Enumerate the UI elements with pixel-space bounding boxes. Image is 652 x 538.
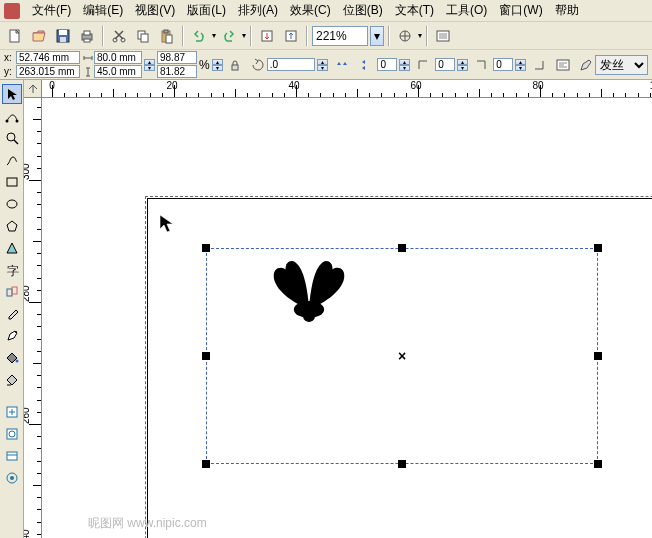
options-button[interactable]	[432, 25, 454, 47]
pick-tool[interactable]	[2, 84, 22, 104]
snap-dropdown[interactable]: ▾	[418, 31, 422, 40]
fill-tool[interactable]	[2, 348, 22, 368]
height-input[interactable]	[94, 65, 142, 78]
size-spinner[interactable]: ▴▾	[144, 59, 155, 71]
basic-shapes-tool[interactable]	[2, 238, 22, 258]
import-button[interactable]	[256, 25, 278, 47]
resize-handle-sw[interactable]	[202, 460, 210, 468]
dup-x-input[interactable]	[377, 58, 397, 71]
rotation-spinner[interactable]: ▴▾	[317, 59, 328, 71]
blend-tool[interactable]	[2, 282, 22, 302]
paste-button[interactable]	[156, 25, 178, 47]
new-button[interactable]	[4, 25, 26, 47]
menu-arrange[interactable]: 排列(A)	[232, 0, 284, 21]
menu-help[interactable]: 帮助	[549, 0, 585, 21]
mirror-h-button[interactable]	[332, 54, 353, 76]
scale-spinner[interactable]: ▴▾	[212, 59, 223, 71]
aux-tool-4[interactable]	[2, 468, 22, 488]
aux-tool-2[interactable]	[2, 424, 22, 444]
zoom-tool[interactable]	[2, 128, 22, 148]
zoom-dropdown[interactable]: ▾	[370, 26, 384, 46]
save-button[interactable]	[52, 25, 74, 47]
cut-button[interactable]	[108, 25, 130, 47]
scale-y-input[interactable]	[157, 65, 197, 78]
menu-view[interactable]: 视图(V)	[129, 0, 181, 21]
vertical-ruler[interactable]: 300280260240	[24, 98, 42, 538]
menu-file[interactable]: 文件(F)	[26, 0, 77, 21]
corner-tl-button[interactable]	[412, 54, 433, 76]
menu-text[interactable]: 文本(T)	[389, 0, 440, 21]
freehand-tool[interactable]	[2, 150, 22, 170]
interactive-fill-tool[interactable]	[2, 370, 22, 390]
svg-point-29	[15, 360, 18, 363]
corner-tr-button[interactable]	[470, 54, 491, 76]
rotation-input[interactable]	[267, 58, 315, 71]
text-wrap-button[interactable]	[553, 54, 574, 76]
snap-button[interactable]	[394, 25, 416, 47]
y-position-input[interactable]	[16, 65, 80, 78]
menu-bitmap[interactable]: 位图(B)	[337, 0, 389, 21]
svg-point-22	[7, 133, 15, 141]
resize-handle-n[interactable]	[398, 244, 406, 252]
menu-window[interactable]: 窗口(W)	[493, 0, 548, 21]
dup-y-input[interactable]	[435, 58, 455, 71]
rectangle-tool[interactable]	[2, 172, 22, 192]
undo-dropdown[interactable]: ▾	[212, 31, 216, 40]
outline-width-select[interactable]: 发丝	[595, 55, 648, 75]
dup-x2-input[interactable]	[493, 58, 513, 71]
ruler-origin[interactable]	[24, 80, 42, 98]
resize-handle-e[interactable]	[594, 352, 602, 360]
text-tool[interactable]: 字	[2, 260, 22, 280]
mirror-v-button[interactable]	[355, 54, 376, 76]
menu-tools[interactable]: 工具(O)	[440, 0, 493, 21]
svg-rect-26	[7, 289, 12, 296]
svg-rect-3	[60, 37, 66, 42]
svg-point-20	[5, 120, 8, 123]
menu-layout[interactable]: 版面(L)	[181, 0, 232, 21]
resize-handle-nw[interactable]	[202, 244, 210, 252]
svg-point-37	[303, 310, 315, 322]
separator	[102, 26, 104, 46]
x-position-input[interactable]	[16, 51, 80, 64]
open-button[interactable]	[28, 25, 50, 47]
canvas[interactable]: × 昵图网 www.nipic.com	[42, 98, 652, 538]
property-bar: x: y: ▴▾ % ▴▾ ▴▾ ▴▾ ▴▾ ▴▾ 发丝	[0, 50, 652, 80]
corner-br-button[interactable]	[528, 54, 549, 76]
eyedropper-tool[interactable]	[2, 304, 22, 324]
ellipse-tool[interactable]	[2, 194, 22, 214]
undo-button[interactable]	[188, 25, 210, 47]
print-button[interactable]	[76, 25, 98, 47]
lock-ratio-button[interactable]	[225, 54, 246, 76]
standard-toolbar: ▾ ▾ ▾ ▾	[0, 22, 652, 50]
horizontal-ruler[interactable]: 020406080100	[42, 80, 652, 98]
menu-effects[interactable]: 效果(C)	[284, 0, 337, 21]
menu-edit[interactable]: 编辑(E)	[77, 0, 129, 21]
svg-rect-2	[59, 30, 67, 35]
selected-object-fan-ornament[interactable]	[267, 256, 351, 326]
resize-handle-se[interactable]	[594, 460, 602, 468]
dup-x2-spinner[interactable]: ▴▾	[515, 59, 526, 71]
aux-tool-1[interactable]	[2, 402, 22, 422]
polygon-tool[interactable]	[2, 216, 22, 236]
dup-x-spinner[interactable]: ▴▾	[399, 59, 410, 71]
width-input[interactable]	[94, 51, 142, 64]
redo-dropdown[interactable]: ▾	[242, 31, 246, 40]
export-button[interactable]	[280, 25, 302, 47]
zoom-input[interactable]	[312, 26, 368, 46]
redo-button[interactable]	[218, 25, 240, 47]
resize-handle-ne[interactable]	[594, 244, 602, 252]
copy-button[interactable]	[132, 25, 154, 47]
svg-rect-10	[141, 34, 148, 42]
outline-tool[interactable]	[2, 326, 22, 346]
svg-point-35	[10, 476, 14, 480]
app-logo-icon	[4, 3, 20, 19]
shape-tool[interactable]	[2, 106, 22, 126]
scale-x-input[interactable]	[157, 51, 197, 64]
resize-handle-w[interactable]	[202, 352, 210, 360]
svg-rect-13	[166, 35, 172, 43]
aux-tool-3[interactable]	[2, 446, 22, 466]
separator	[306, 26, 308, 46]
dup-y-spinner[interactable]: ▴▾	[457, 59, 468, 71]
selection-bounding-box[interactable]: ×	[206, 248, 598, 464]
resize-handle-s[interactable]	[398, 460, 406, 468]
